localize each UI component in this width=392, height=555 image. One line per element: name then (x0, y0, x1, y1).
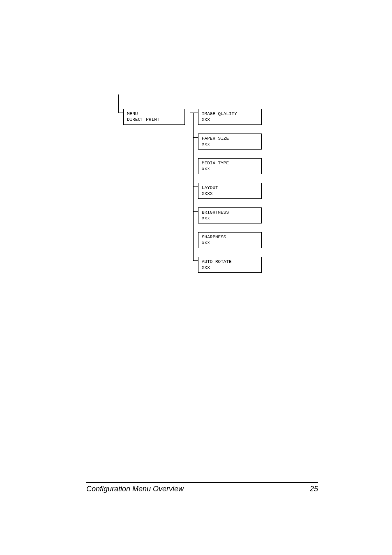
option-box: PAPER SIZE xxx (198, 134, 262, 150)
option-box: LAYOUT xxxx (198, 183, 262, 199)
menu-label-line1: MENU (127, 111, 181, 117)
option-label: MEDIA TYPE (202, 160, 258, 166)
tree-connector (193, 162, 198, 162)
option-box: MEDIA TYPE xxx (198, 158, 262, 174)
option-box: SHARPNESS xxx (198, 232, 262, 248)
option-value: xxx (202, 265, 258, 270)
tree-connector (193, 113, 198, 113)
root-menu-box: MENU DIRECT PRINT (123, 109, 185, 125)
option-value: xxx (202, 240, 258, 246)
page-footer: Configuration Menu Overview 25 (86, 482, 318, 493)
footer-title: Configuration Menu Overview (86, 485, 184, 493)
tree-connector (193, 211, 198, 212)
tree-connector (190, 113, 193, 113)
tree-connector (193, 260, 198, 261)
option-box: AUTO ROTATE xxx (198, 257, 262, 273)
option-label: LAYOUT (202, 185, 258, 191)
tree-connector (193, 187, 198, 187)
option-label: SHARPNESS (202, 234, 258, 240)
option-box: BRIGHTNESS xxx (198, 207, 262, 223)
tree-connector (193, 137, 198, 138)
option-label: PAPER SIZE (202, 136, 258, 141)
page-number: 25 (310, 485, 318, 493)
option-label: BRIGHTNESS (202, 210, 258, 215)
option-value: xxx (202, 166, 258, 172)
tree-connector (185, 116, 190, 116)
tree-connector (118, 94, 119, 113)
option-value: xxxx (202, 191, 258, 196)
option-box: IMAGE QUALITY xxx (198, 109, 262, 125)
menu-label-line2: DIRECT PRINT (127, 117, 181, 122)
option-label: IMAGE QUALITY (202, 111, 258, 117)
option-value: xxx (202, 215, 258, 221)
option-label: AUTO ROTATE (202, 259, 258, 265)
tree-connector (118, 113, 123, 113)
option-value: xxx (202, 141, 258, 147)
option-value: xxx (202, 117, 258, 122)
tree-connector (193, 236, 198, 236)
